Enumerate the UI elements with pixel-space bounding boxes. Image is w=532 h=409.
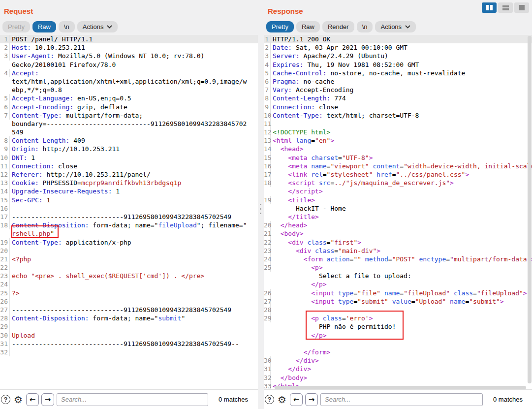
request-tabs: PrettyRaw\nActions [2,21,118,32]
layout-buttons [482,2,529,13]
burp-message-viewer: Request PrettyRaw\nActions 1POST /panel/… [0,0,532,409]
search-next-button[interactable]: → [305,393,318,406]
line-number: 2 [264,43,271,52]
code-line: 24 <form action="" method="POST" enctype… [264,255,532,263]
line-number: 31 [264,365,271,373]
response-horizontal-scrollbar[interactable] [275,386,526,389]
response-match-count: 0 matches [493,396,523,403]
line-number: 28 [264,306,271,314]
code-line: </title> [264,213,532,221]
line-number: 9 [264,103,271,111]
code-line: 17 <link rel="stylesheet" href="../css/p… [264,170,532,179]
code-line: 31 </div> [264,365,532,373]
code-line: 19Content-Type: application/x-php [0,238,258,247]
code-line: 32 </body> [264,374,532,382]
tab-actions[interactable]: Actions [77,21,118,32]
code-line: ebp,*/*;q=0.8 [0,86,258,94]
code-line: 1POST /panel/ HTTP/1.1 [0,35,258,43]
code-line: </form> [264,348,532,356]
code-line: 15Sec-GPC: 1 [0,196,258,204]
code-line: PHP não é permitido! [264,322,532,331]
tab-label: Render [328,23,349,31]
code-line: 25 <p> [264,263,532,272]
line-number: 15 [264,154,271,162]
line-number: 27 [0,306,10,314]
columns-icon [486,5,489,10]
tab-label: \n [64,23,69,31]
help-icon[interactable]: ? [1,395,10,404]
tab-raw[interactable]: Raw [296,21,320,32]
code-line: 29 [0,322,258,331]
code-line: </p> [264,280,532,288]
layout-single-button[interactable] [514,2,529,13]
tab-label: Raw [302,23,314,31]
line-number: 16 [264,162,271,170]
settings-gear-icon[interactable]: ⚙ [277,394,287,405]
code-line: 7Content-Type: multipart/form-data; [0,111,258,120]
tab-n[interactable]: \n [59,21,75,32]
line-number: 20 [0,247,10,255]
line-number: 1 [0,35,10,43]
rows-icon [502,5,509,10]
code-line: 5Cache-Control: no-store, no-cache, must… [264,69,532,77]
code-line: 4Expires: Thu, 19 Nov 1981 08:52:00 GMT [264,61,532,69]
line-number: 23 [264,247,271,255]
code-line: 22 <div class="first"> [264,238,532,247]
request-editor[interactable]: 1POST /panel/ HTTP/1.12Host: 10.10.253.2… [0,35,258,389]
code-line: 8Content-Length: 409 [0,136,258,145]
response-tabs: PrettyRawRender\nActions [266,21,416,32]
line-number: 25 [0,289,10,297]
code-line: 23 <div class="main-div"> [264,247,532,255]
help-icon[interactable]: ? [265,395,274,404]
code-line: 9Connection: close [264,103,532,111]
search-next-button[interactable]: → [41,393,54,406]
request-search-bar: ? ⚙ ← → 0 matches [0,389,258,409]
code-line: 22 [0,263,258,272]
line-number: 7 [0,111,10,120]
line-number: 11 [264,120,271,128]
response-search-input[interactable] [320,393,483,406]
tab-raw[interactable]: Raw [32,21,56,32]
panel-split-handle[interactable] [257,198,264,220]
line-number: 3 [0,52,10,60]
chevron-down-icon [405,25,410,29]
code-line: 30Upload [0,331,258,340]
line-number: 26 [264,289,271,297]
tab-pretty[interactable]: Pretty [266,21,294,32]
line-number: 24 [264,255,271,263]
code-line: Select a file to upload: [264,272,532,280]
code-line: 18 <script src=../"js/maquina_de_escreve… [264,179,532,187]
code-line: </p> [264,331,532,340]
code-line: 7Vary: Accept-Encoding [264,86,532,94]
line-number: 10 [0,154,10,162]
request-search-input[interactable] [57,393,208,406]
response-editor[interactable]: 1HTTP/1.1 200 OK2Date: Sat, 03 Apr 2021 … [264,35,532,389]
code-line: 9Origin: http://10.10.253.211 [0,145,258,153]
tab-render[interactable]: Render [322,21,354,32]
line-number: 23 [0,272,10,280]
line-number: 24 [0,280,10,288]
line-number: 20 [264,221,271,229]
search-prev-button[interactable]: ← [290,393,303,406]
layout-rows-button[interactable] [498,2,513,13]
code-line: 6Accept-Encoding: gzip, deflate [0,103,258,111]
search-prev-button[interactable]: ← [26,393,39,406]
line-number: 30 [0,331,10,340]
line-number: 26 [0,297,10,306]
tab-actions[interactable]: Actions [375,21,416,32]
code-line: 12Referer: http://10.10.253.211/panel/ [0,170,258,179]
line-number: 12 [264,128,271,136]
line-number: 21 [264,229,271,238]
response-vertical-scrollbar[interactable] [528,36,532,383]
tab-pretty[interactable]: Pretty [2,21,30,32]
response-panel-title: Response [268,7,303,15]
line-number: 22 [0,263,10,272]
layout-columns-button[interactable] [482,2,497,13]
code-line: 10DNT: 1 [0,154,258,162]
settings-gear-icon[interactable]: ⚙ [13,394,24,405]
code-line: 20 </head> [264,221,532,229]
tab-n[interactable]: \n [357,21,373,32]
code-line: 5Accept-Language: en-US,en;q=0.5 [0,94,258,102]
code-line: 30 </div> [264,356,532,365]
line-number: 6 [264,77,271,86]
